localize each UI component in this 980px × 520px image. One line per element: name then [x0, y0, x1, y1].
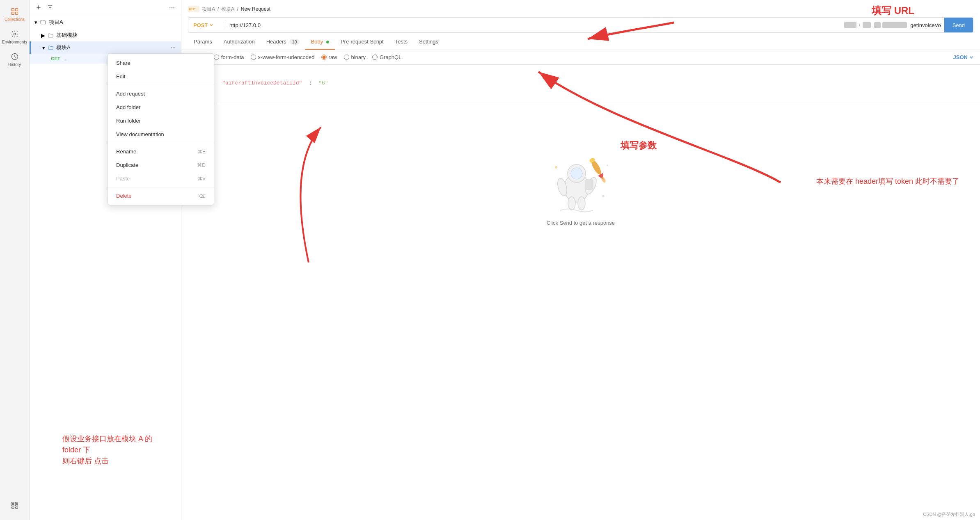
breadcrumb-folder: 模块A	[221, 6, 234, 13]
menu-item-delete[interactable]: Delete ⌫	[108, 189, 214, 203]
collections-panel: ▾ 项目A ▶ 基础模块 ▾ 模块A GET ... Share Edit Ad…	[30, 0, 181, 520]
svg-rect-3	[15, 12, 18, 15]
code-line-2: 2 "aircraftInvoiceDetailId" : "6"	[188, 79, 973, 88]
tab-settings[interactable]: Settings	[413, 34, 444, 50]
svg-rect-10	[11, 507, 14, 508]
chevron-down-icon	[209, 23, 213, 27]
svg-rect-1	[15, 9, 18, 11]
menu-item-share[interactable]: Share	[108, 56, 214, 70]
url-input[interactable]	[225, 22, 844, 28]
menu-item-edit[interactable]: Edit	[108, 70, 214, 83]
menu-item-rename[interactable]: Rename ⌘E	[108, 145, 214, 158]
folder-a[interactable]: ▾ 模块A	[30, 41, 181, 54]
request-name: ...	[64, 56, 68, 62]
breadcrumb: HTP 项目A / 模块A / New Request	[188, 5, 973, 13]
chevron-right-icon: ▶	[41, 32, 45, 39]
menu-item-add-folder[interactable]: Add folder	[108, 100, 214, 114]
sidebar-item-mock[interactable]	[0, 497, 29, 513]
svg-point-19	[174, 7, 174, 8]
json-format-select[interactable]: JSON	[953, 54, 973, 60]
url-redact-4	[882, 22, 907, 28]
svg-point-27	[571, 168, 582, 179]
response-title: Response	[188, 109, 973, 115]
svg-rect-7	[15, 502, 18, 504]
url-bar: POST / getInvoiceVo Send	[188, 17, 973, 33]
empty-response-text: Click Send to get a response	[547, 220, 615, 226]
url-redact-3	[874, 22, 881, 28]
delete-shortcut: ⌫	[199, 193, 206, 199]
menu-divider-3	[108, 187, 214, 187]
menu-divider	[108, 85, 214, 85]
svg-rect-2	[11, 12, 14, 15]
svg-point-39	[607, 164, 608, 166]
svg-point-38	[602, 195, 604, 197]
option-binary[interactable]: binary	[344, 54, 366, 60]
duplicate-shortcut: ⌘D	[197, 162, 206, 168]
json-label: JSON	[953, 54, 968, 60]
collections-label: Collections	[5, 17, 25, 22]
folder-more-button[interactable]	[170, 44, 176, 51]
history-label: History	[8, 62, 21, 67]
tab-tests[interactable]: Tests	[389, 34, 413, 50]
svg-point-30	[568, 197, 575, 210]
chevron-down-icon: ▾	[42, 45, 45, 51]
tab-params[interactable]: Params	[188, 34, 218, 50]
option-graphql[interactable]: GraphQL	[372, 54, 401, 60]
tab-authorization[interactable]: Authorization	[218, 34, 261, 50]
menu-item-view-docs[interactable]: View documentation	[108, 128, 214, 141]
option-form-data[interactable]: form-data	[214, 54, 244, 60]
main-content: 填写 URL HTP 项目A / 模块A / New Request POST …	[181, 0, 980, 520]
svg-text:HTP: HTP	[189, 7, 195, 11]
menu-item-duplicate[interactable]: Duplicate ⌘D	[108, 158, 214, 172]
folder-basic-label: 基础模块	[56, 32, 78, 39]
method-select[interactable]: POST	[188, 22, 225, 28]
tab-body[interactable]: Body	[305, 34, 335, 50]
svg-point-22	[174, 47, 175, 48]
svg-point-37	[555, 166, 557, 169]
svg-point-4	[14, 33, 16, 35]
sidebar-item-collections[interactable]: Collections	[0, 3, 29, 26]
send-button[interactable]: Send	[944, 18, 973, 32]
filter-button[interactable]	[46, 3, 54, 11]
option-x-www[interactable]: x-www-form-urlencoded	[251, 54, 315, 60]
folder-icon-active	[48, 45, 54, 51]
svg-rect-6	[11, 502, 14, 504]
folder-basic[interactable]: ▶ 基础模块	[30, 29, 181, 41]
collections-header	[30, 0, 181, 15]
sidebar-item-environments[interactable]: Environments	[0, 26, 29, 48]
svg-point-20	[171, 47, 172, 48]
url-redact-2	[863, 22, 871, 28]
context-menu: Share Edit Add request Add folder Run fo…	[108, 53, 214, 205]
code-line-1: 1 {	[188, 70, 973, 79]
paste-shortcut: ⌘V	[197, 176, 206, 182]
illustration-area: Click Send to get a response	[181, 126, 980, 242]
svg-point-17	[169, 7, 170, 8]
menu-divider-2	[108, 143, 214, 143]
chevron-down-icon: ▾	[34, 19, 37, 25]
more-options-button[interactable]	[168, 3, 176, 11]
menu-item-run-folder[interactable]: Run folder	[108, 114, 214, 128]
svg-rect-8	[11, 504, 14, 506]
project-name: 项目A	[49, 18, 63, 26]
url-suffix: getInvoiceVo	[910, 22, 941, 28]
svg-point-18	[172, 7, 172, 8]
tab-headers[interactable]: Headers 10	[261, 34, 305, 50]
svg-point-21	[173, 47, 174, 48]
svg-rect-32	[586, 180, 593, 189]
breadcrumb-project: 项目A	[202, 6, 215, 13]
add-collection-button[interactable]	[34, 3, 43, 11]
project-item[interactable]: ▾ 项目A	[30, 15, 181, 29]
folder-icon	[48, 32, 54, 39]
response-section: Response	[181, 102, 980, 126]
svg-rect-9	[15, 504, 18, 506]
method-badge: GET	[51, 56, 60, 61]
code-editor[interactable]: 1 { 2 "aircraftInvoiceDetailId" : "6" 3 …	[181, 65, 980, 102]
option-raw[interactable]: raw	[321, 54, 337, 60]
svg-rect-11	[15, 507, 18, 508]
code-line-3: 3 }	[188, 88, 973, 97]
tab-pre-request[interactable]: Pre-request Script	[335, 34, 389, 50]
chevron-down-icon	[969, 55, 973, 59]
svg-rect-0	[11, 9, 14, 11]
sidebar-item-history[interactable]: History	[0, 48, 29, 71]
menu-item-add-request[interactable]: Add request	[108, 87, 214, 100]
